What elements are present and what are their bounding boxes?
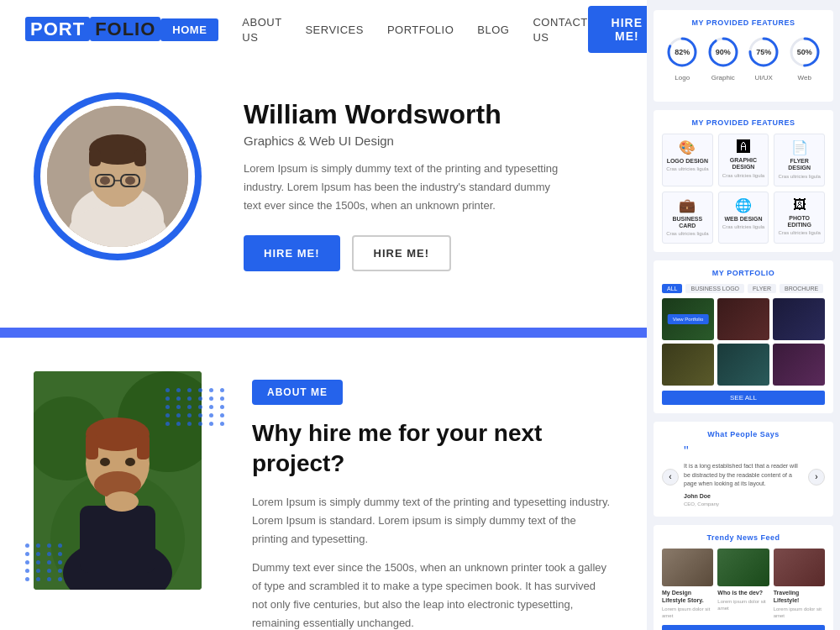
skills-row: 82% Logo 90% Graphic 75% UI/UX 50% [662,34,825,81]
svg-point-27 [105,491,139,512]
hire-me-nav-button[interactable]: HIRE ME! [588,6,647,53]
portfolio-title: MY PORTFOLIO [662,269,825,277]
nav-item-services[interactable]: SERVICES [305,22,364,37]
portfolio-tab-2[interactable]: FLYER [748,284,776,293]
avatar-outer-ring [34,92,202,260]
service-desc-1: Cras ultricies ligula [722,173,765,180]
service-name-2: FLYER DESIGN [778,158,821,172]
testimonial-role: CEO, Company [684,501,803,508]
logo-text: FOLIO [90,17,160,41]
service-card-1[interactable]: 🅰 GRAPHIC DESIGN Cras ultricies ligula [718,134,769,186]
svg-rect-18 [80,506,155,573]
avatar-inner-ring [40,99,195,254]
about-desc-1: Lorem Ipsum is simply dummy text of the … [252,493,613,549]
skill-circle-wrap: 75% [745,34,782,71]
nav-link-about[interactable]: ABOUT US [242,16,281,44]
portfolio-tab-1[interactable]: BUSINESS LOGO [685,284,744,293]
about-heading: Why hire me for your next project? [252,418,613,480]
skill-circle-web: 50% Web [786,34,823,81]
svg-rect-6 [89,150,101,166]
blog-desc-1: Lorem ipsum dolor sit amet [662,606,713,620]
skill-circle-ui/ux: 75% UI/UX [745,34,782,81]
nav-item-blog[interactable]: BLOG [477,22,509,37]
dots-pattern-right [165,388,227,426]
blog-thumb-2 [717,549,769,586]
hero-info: William Wordsworth Graphics & Web UI Des… [244,81,613,272]
portfolio-tabs: ALLBUSINESS LOGOFLYERBROCHURE [662,284,825,293]
service-desc-3: Cras ultricies ligula [666,231,709,238]
svg-point-25 [100,458,110,466]
hero-title: Graphics & Web UI Design [244,134,613,148]
testimonial-prev-button[interactable]: ‹ [662,469,679,486]
nav-link-services[interactable]: SERVICES [305,24,364,36]
service-card-0[interactable]: 🎨 LOGO DESIGN Cras ultricies ligula [662,134,713,186]
service-card-5[interactable]: 🖼 PHOTO EDITING Cras ultricies ligula [774,192,825,244]
nav-link-home[interactable]: HOME [160,18,218,41]
services-grid: 🎨 LOGO DESIGN Cras ultricies ligula 🅰 GR… [662,134,825,244]
portfolio-item-5[interactable] [717,344,769,386]
blog-thumb-1 [662,549,713,586]
logo: PORTFOLIO [25,18,160,40]
blog-item-1: My Design Lifestyle Story. Lorem ipsum d… [662,549,713,620]
service-icon-4: 🌐 [722,197,765,213]
skills-section: MY PROVIDED FEATURES 82% Logo 90% Graphi… [654,10,833,102]
portfolio-item-4[interactable] [662,344,714,386]
service-desc-0: Cras ultricies ligula [666,166,709,173]
logo-highlight: PORT [25,17,90,41]
services-section: MY PROVIDED FEATURES 🎨 LOGO DESIGN Cras … [654,110,833,252]
main-panel: PORTFOLIO HOME ABOUT US SERVICES PORTFOL… [0,0,647,630]
service-icon-0: 🎨 [666,139,709,155]
blog-item-3: Traveling Lifestyle! Lorem ipsum dolor s… [774,549,825,620]
skill-circle-wrap: 82% [664,34,701,71]
hire-me-outline-button[interactable]: HIRE ME! [352,235,452,271]
hero-name: William Wordsworth [244,98,613,130]
testimonial-author: John Doe [684,492,803,501]
portfolio-tab-3[interactable]: BROCHURE [780,284,823,293]
service-card-4[interactable]: 🌐 WEB DESIGN Cras ultricies ligula [718,192,769,244]
avatar [47,106,188,247]
portfolio-item-3[interactable] [773,298,825,340]
nav-item-portfolio[interactable]: PORTFOLIO [387,22,454,37]
testimonial-next-button[interactable]: › [808,469,825,486]
service-icon-1: 🅰 [722,139,765,155]
service-icon-5: 🖼 [778,197,821,213]
portfolio-item-1[interactable]: View Portfolio [662,298,714,340]
hire-me-primary-button[interactable]: HIRE ME! [244,235,340,271]
portfolio-tab-0[interactable]: ALL [662,284,682,293]
blog-section: Trendy News Feed My Design Lifestyle Sto… [654,525,833,630]
service-desc-5: Cras ultricies ligula [778,230,821,237]
testimonial-body: " It is a long established fact that a r… [684,445,803,508]
testimonial-nav: ‹ " It is a long established fact that a… [662,445,825,508]
skills-title: MY PROVIDED FEATURES [662,18,825,27]
nav-link-blog[interactable]: BLOG [477,24,509,36]
service-name-0: LOGO DESIGN [666,158,709,165]
nav-item-contact[interactable]: CONTACT US [533,14,587,45]
nav-item-home[interactable]: HOME [160,22,218,37]
service-name-1: GRAPHIC DESIGN [722,157,765,171]
right-sidebar: MY PROVIDED FEATURES 82% Logo 90% Graphi… [647,0,840,630]
svg-rect-22 [86,434,98,459]
skill-percent: 82% [675,48,690,56]
skill-circle-wrap: 50% [786,34,823,71]
nav-link-portfolio[interactable]: PORTFOLIO [387,24,454,36]
see-all-button[interactable]: SEE ALL [662,391,825,405]
navbar: PORTFOLIO HOME ABOUT US SERVICES PORTFOL… [0,0,647,59]
testimonials-section: What People Says ‹ " It is a long establ… [654,422,833,517]
blog-title-3: Traveling Lifestyle! [774,589,825,604]
nav-link-contact[interactable]: CONTACT US [533,16,587,44]
portfolio-grid: View Portfolio [662,298,825,386]
portfolio-item-2[interactable] [717,298,769,340]
hero-description: Lorem Ipsum is simply dummy text of the … [244,160,563,215]
read-more-button[interactable]: READ MORE [662,625,825,630]
quote-icon: " [684,445,803,459]
service-name-5: PHOTO EDITING [778,215,821,229]
skill-circle-graphic: 90% Graphic [705,34,742,81]
portfolio-item-6[interactable] [773,344,825,386]
service-card-3[interactable]: 💼 BUSINESS CARD Cras ultricies ligula [662,192,713,244]
service-card-2[interactable]: 📄 FLYER DESIGN Cras ultricies ligula [774,134,825,186]
skill-percent: 75% [756,48,771,56]
blog-desc-2: Lorem ipsum dolor sit amet [717,599,769,612]
hero-buttons: HIRE ME! HIRE ME! [244,235,613,271]
about-image-area [34,371,218,590]
nav-item-about[interactable]: ABOUT US [242,14,281,45]
